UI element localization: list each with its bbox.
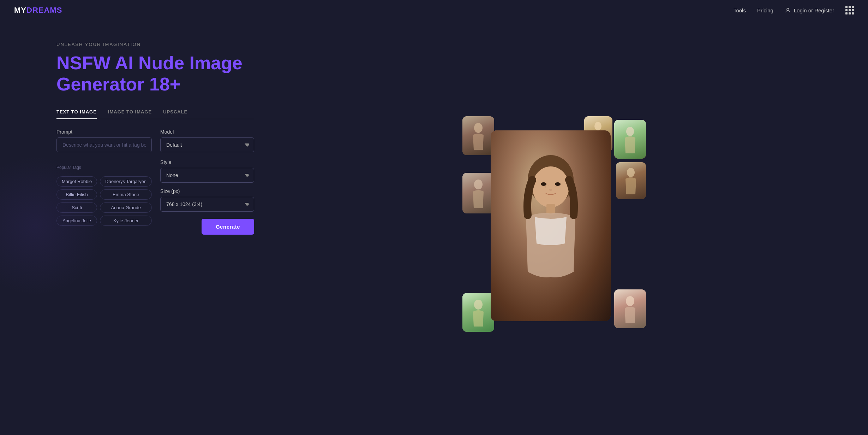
- tags-label: Popular Tags: [56, 165, 152, 170]
- figure-icon-tl: [469, 122, 487, 150]
- model-select-wrapper: Default Realistic Anime Fantasy: [160, 137, 254, 152]
- user-icon: [785, 7, 791, 13]
- svg-point-12: [549, 189, 552, 191]
- gallery-thumb-mid-left: [462, 173, 494, 213]
- generate-button[interactable]: Generate: [202, 219, 254, 235]
- style-select-wrapper: None Photorealistic Anime Oil Painting W…: [160, 168, 254, 183]
- main-figure-svg: [512, 152, 589, 300]
- size-select-wrapper: 768 x 1024 (3:4) 1024 x 768 (4:3) 512 x …: [160, 197, 254, 212]
- tabs-bar: TEXT TO IMAGE IMAGE TO IMAGE UPSCALE: [56, 109, 254, 119]
- tags-section: Popular Tags Margot Robbie Daenerys Targ…: [56, 165, 152, 235]
- svg-point-2: [594, 122, 601, 130]
- gallery-main-image: [491, 130, 611, 321]
- svg-point-0: [787, 8, 789, 10]
- tags-grid: Margot Robbie Daenerys Targaryen Billie …: [56, 176, 152, 226]
- svg-point-3: [626, 127, 634, 136]
- style-label: Style: [160, 159, 254, 165]
- logo-dreams: DREAMS: [26, 6, 62, 14]
- svg-point-14: [545, 186, 546, 187]
- hero-title-line2: Generator 18+: [56, 74, 180, 94]
- model-label: Model: [160, 129, 254, 135]
- logo[interactable]: MYDREAMS: [14, 6, 62, 15]
- tag-angelina-jolie[interactable]: Angelina Jolie: [56, 216, 97, 226]
- tag-sci-fi[interactable]: Sci-fi: [56, 202, 97, 213]
- gallery-container: [462, 116, 646, 335]
- hero-subtitle: UNLEASH YOUR IMAGINATION: [56, 42, 254, 47]
- grid-menu-icon[interactable]: [845, 6, 854, 14]
- figure-icon-ml: [469, 178, 487, 208]
- gallery-thumb-bottom-right: [614, 289, 646, 328]
- svg-point-9: [532, 166, 569, 207]
- nav-right: Tools Pricing Login or Register: [734, 6, 854, 14]
- svg-point-7: [626, 296, 634, 306]
- svg-point-15: [555, 186, 556, 187]
- nav-pricing-link[interactable]: Pricing: [757, 7, 773, 13]
- figure-icon-bl: [469, 298, 487, 327]
- prompt-input[interactable]: [56, 137, 152, 152]
- style-group: Style None Photorealistic Anime Oil Pain…: [160, 159, 254, 183]
- tab-text-to-image[interactable]: TEXT TO IMAGE: [56, 109, 97, 119]
- hero-title-line1: NSFW AI Nude Image: [56, 53, 243, 73]
- logo-my: MY: [14, 6, 26, 14]
- tag-daenerys[interactable]: Daenerys Targaryen: [100, 176, 152, 187]
- svg-rect-13: [546, 204, 555, 214]
- nav-login[interactable]: Login or Register: [785, 7, 834, 13]
- model-select[interactable]: Default Realistic Anime Fantasy: [160, 137, 254, 152]
- gallery-main-inner: [491, 130, 611, 321]
- login-label: Login or Register: [794, 7, 834, 13]
- figure-icon-tr2: [621, 125, 639, 153]
- size-label: Size (px): [160, 188, 254, 194]
- tag-billie-eilish[interactable]: Billie Eilish: [56, 189, 97, 200]
- svg-point-1: [474, 123, 483, 133]
- gallery-thumb-top-left: [462, 116, 494, 155]
- svg-point-11: [555, 182, 561, 186]
- svg-point-4: [474, 180, 483, 189]
- generate-section: Generate: [160, 219, 254, 235]
- nav-tools-link[interactable]: Tools: [734, 7, 746, 13]
- navbar: MYDREAMS Tools Pricing Login or Register: [0, 0, 868, 20]
- main-container: UNLEASH YOUR IMAGINATION NSFW AI Nude Im…: [0, 20, 868, 431]
- style-select[interactable]: None Photorealistic Anime Oil Painting W…: [160, 168, 254, 183]
- gallery-thumb-bottom-left: [462, 293, 494, 332]
- svg-point-10: [541, 182, 546, 186]
- figure-icon-br: [621, 295, 639, 323]
- tag-ariana-grande[interactable]: Ariana Grande: [100, 202, 152, 213]
- size-select[interactable]: 768 x 1024 (3:4) 1024 x 768 (4:3) 512 x …: [160, 197, 254, 212]
- svg-point-5: [627, 168, 635, 177]
- tag-margot-robbie[interactable]: Margot Robbie: [56, 176, 97, 187]
- tab-upscale[interactable]: UPSCALE: [163, 109, 187, 119]
- tag-kylie-jenner[interactable]: Kylie Jenner: [100, 216, 152, 226]
- right-gallery: [254, 35, 854, 417]
- gallery-thumb-top-right-2: [614, 120, 646, 159]
- size-group: Size (px) 768 x 1024 (3:4) 1024 x 768 (4…: [160, 188, 254, 212]
- prompt-group: Prompt: [56, 129, 152, 152]
- gallery-thumb-mid-right: [616, 162, 646, 199]
- left-content: UNLEASH YOUR IMAGINATION NSFW AI Nude Im…: [56, 35, 254, 417]
- model-group: Model Default Realistic Anime Fantasy: [160, 129, 254, 152]
- tab-image-to-image[interactable]: IMAGE TO IMAGE: [108, 109, 152, 119]
- tag-emma-stone[interactable]: Emma Stone: [100, 189, 152, 200]
- figure-icon-mr: [622, 167, 639, 194]
- form-grid: Prompt Model Default Realistic Anime Fan…: [56, 129, 254, 235]
- svg-point-6: [474, 300, 483, 310]
- svg-point-16: [549, 185, 549, 186]
- hero-title: NSFW AI Nude Image Generator 18+: [56, 53, 254, 95]
- prompt-label: Prompt: [56, 129, 152, 135]
- right-controls: Style None Photorealistic Anime Oil Pain…: [160, 159, 254, 235]
